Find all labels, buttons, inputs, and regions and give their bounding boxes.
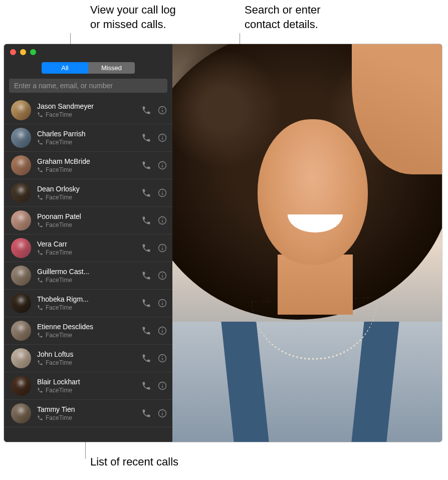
call-source: FaceTime <box>37 249 135 256</box>
handset-icon <box>37 277 43 283</box>
recent-call-row[interactable]: Dean Orlosky FaceTime <box>4 179 172 207</box>
call-info: Graham McBride FaceTime <box>37 157 135 173</box>
row-actions <box>141 215 167 225</box>
info-button[interactable] <box>157 326 167 336</box>
info-button[interactable] <box>157 381 167 391</box>
handset-icon <box>37 222 43 228</box>
call-button[interactable] <box>141 353 151 363</box>
contact-avatar <box>11 238 31 258</box>
call-button[interactable] <box>141 408 151 418</box>
info-button[interactable] <box>157 298 167 308</box>
tab-all[interactable]: All <box>42 62 88 74</box>
svg-point-20 <box>162 274 163 275</box>
call-service-label: FaceTime <box>46 414 72 421</box>
svg-point-2 <box>162 108 163 109</box>
row-actions <box>141 105 167 115</box>
info-button[interactable] <box>157 243 167 253</box>
call-button[interactable] <box>141 243 151 253</box>
window-controls <box>4 44 172 55</box>
handset-icon <box>37 415 43 421</box>
contact-name: Guillermo Cast... <box>37 268 135 276</box>
row-actions <box>141 408 167 418</box>
call-filter-segmented-control: All Missed <box>42 62 135 74</box>
contact-name: Blair Lockhart <box>37 378 135 386</box>
call-info: Thobeka Rigm... FaceTime <box>37 295 135 311</box>
call-button[interactable] <box>141 160 151 170</box>
handset-icon <box>37 139 43 145</box>
info-button[interactable] <box>157 215 167 225</box>
call-service-label: FaceTime <box>46 139 72 146</box>
tab-missed[interactable]: Missed <box>88 62 135 74</box>
call-service-label: FaceTime <box>46 387 72 394</box>
row-actions <box>141 326 167 336</box>
row-actions <box>141 243 167 253</box>
zoom-window-button[interactable] <box>30 49 36 55</box>
call-source: FaceTime <box>37 166 135 173</box>
handset-icon <box>37 194 43 200</box>
contact-name: John Loftus <box>37 350 135 358</box>
call-button[interactable] <box>141 215 151 225</box>
call-info: Vera Carr FaceTime <box>37 240 135 256</box>
contact-name: Poonam Patel <box>37 212 135 220</box>
recent-call-row[interactable]: Tammy Tien FaceTime <box>4 400 172 427</box>
self-camera-preview <box>172 44 442 442</box>
search-input[interactable] <box>14 82 162 90</box>
info-button[interactable] <box>157 160 167 170</box>
call-service-label: FaceTime <box>46 111 72 118</box>
row-actions <box>141 188 167 198</box>
minimize-window-button[interactable] <box>20 49 26 55</box>
recent-call-row[interactable]: Etienne Desclides FaceTime <box>4 317 172 345</box>
call-source: FaceTime <box>37 139 135 146</box>
recent-call-row[interactable]: Vera Carr FaceTime <box>4 234 172 262</box>
call-source: FaceTime <box>37 304 135 311</box>
contact-avatar <box>11 266 31 286</box>
call-button[interactable] <box>141 133 151 143</box>
recent-call-row[interactable]: Poonam Patel FaceTime <box>4 207 172 234</box>
handset-icon <box>37 305 43 311</box>
contact-avatar <box>11 100 31 120</box>
info-button[interactable] <box>157 353 167 363</box>
call-button[interactable] <box>141 105 151 115</box>
call-source: FaceTime <box>37 277 135 284</box>
call-info: Charles Parrish FaceTime <box>37 130 135 146</box>
handset-icon <box>37 360 43 366</box>
info-button[interactable] <box>157 133 167 143</box>
call-service-label: FaceTime <box>46 304 72 311</box>
recent-call-row[interactable]: Blair Lockhart FaceTime <box>4 372 172 400</box>
info-button[interactable] <box>157 105 167 115</box>
svg-point-23 <box>162 301 163 302</box>
handset-icon <box>37 112 43 118</box>
recent-call-row[interactable]: Jason Sandmeyer FaceTime <box>4 97 172 124</box>
contact-name: Dean Orlosky <box>37 185 135 193</box>
recent-call-row[interactable]: Graham McBride FaceTime <box>4 152 172 179</box>
call-button[interactable] <box>141 188 151 198</box>
call-info: Poonam Patel FaceTime <box>37 212 135 228</box>
contact-name: Graham McBride <box>37 157 135 165</box>
contact-name: Charles Parrish <box>37 130 135 138</box>
contact-name: Jason Sandmeyer <box>37 102 135 110</box>
close-window-button[interactable] <box>10 49 16 55</box>
call-button[interactable] <box>141 298 151 308</box>
info-button[interactable] <box>157 408 167 418</box>
contact-avatar <box>11 128 31 148</box>
recent-call-row[interactable]: Thobeka Rigm... FaceTime <box>4 290 172 317</box>
row-actions <box>141 298 167 308</box>
call-button[interactable] <box>141 271 151 281</box>
row-actions <box>141 353 167 363</box>
video-preview-pane <box>172 44 442 442</box>
call-service-label: FaceTime <box>46 221 72 228</box>
info-button[interactable] <box>157 271 167 281</box>
recent-call-row[interactable]: Charles Parrish FaceTime <box>4 124 172 152</box>
contact-avatar <box>11 183 31 203</box>
handset-icon <box>37 387 43 393</box>
call-button[interactable] <box>141 326 151 336</box>
row-actions <box>141 160 167 170</box>
svg-point-17 <box>162 246 163 247</box>
search-field-container <box>9 79 167 93</box>
recent-call-row[interactable]: John Loftus FaceTime <box>4 345 172 372</box>
call-button[interactable] <box>141 381 151 391</box>
info-button[interactable] <box>157 188 167 198</box>
recent-call-row[interactable]: Guillermo Cast... FaceTime <box>4 262 172 290</box>
svg-point-29 <box>162 356 163 357</box>
row-actions <box>141 381 167 391</box>
